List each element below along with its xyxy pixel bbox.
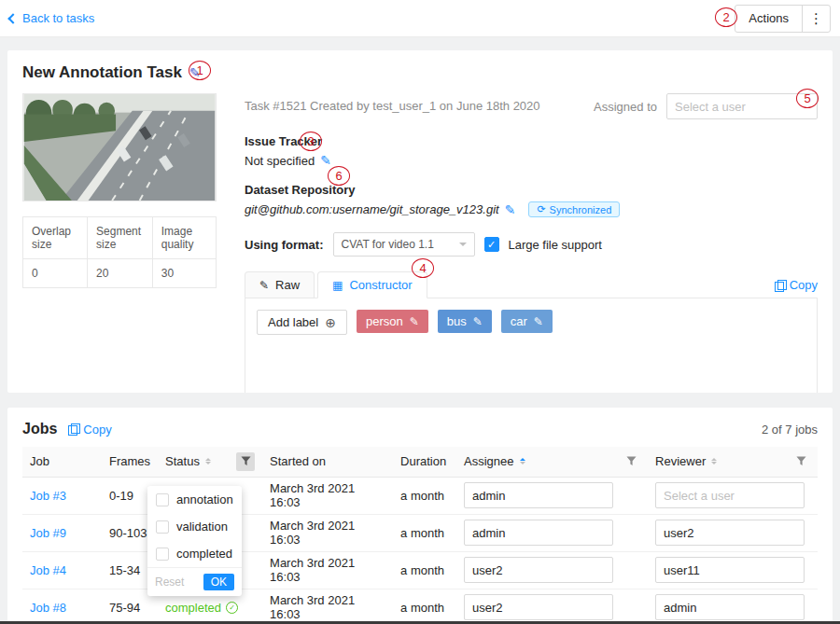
jobs-table: Job Frames Status Started on Duration — [22, 447, 818, 624]
task-title: New Annotation Task — [22, 63, 182, 82]
jobs-table-header-row: Job Frames Status Started on Duration — [22, 447, 818, 477]
column-job[interactable]: Job — [22, 447, 102, 477]
checkbox[interactable] — [156, 493, 169, 506]
dataset-repository-url[interactable]: git@github.com:username/git_storage_v123… — [245, 202, 499, 216]
column-frames: Frames — [102, 447, 158, 477]
issue-tracker-value-row: Not specified ✎ — [245, 153, 818, 168]
chevron-left-icon — [7, 13, 18, 23]
job-started: March 3rd 2021 16:03 — [262, 514, 393, 551]
job-link[interactable]: Job #4 — [30, 563, 66, 577]
column-reviewer[interactable]: Reviewer — [648, 447, 818, 477]
task-details-card: New Annotation Task ✎ — [7, 50, 833, 393]
callout-5: 5 — [796, 89, 819, 108]
jobs-copy-label: Copy — [83, 423, 111, 437]
job-started: March 3rd 2021 16:03 — [262, 551, 393, 589]
callout-1: 1 — [189, 61, 211, 80]
edit-label-icon[interactable]: ✎ — [534, 315, 543, 328]
assignee-value: admin — [472, 489, 505, 503]
tab-raw-label: Raw — [275, 278, 300, 292]
actions-label[interactable]: Actions — [735, 6, 802, 32]
checkbox[interactable] — [156, 548, 169, 561]
param-header-segment: Segment size — [88, 217, 153, 259]
labels-tabs: ✎ Raw ▦ Constructor Copy — [245, 271, 818, 298]
reviewer-select[interactable]: user2 — [655, 520, 805, 546]
sort-icon[interactable] — [711, 458, 717, 465]
job-row: Job #3 0-19 March 3rd 2021 16:03 a month… — [22, 477, 818, 514]
add-label-button[interactable]: Add label ⊕ — [257, 310, 347, 335]
assignee-select[interactable]: admin — [464, 520, 613, 546]
assignee-select[interactable]: user2 — [464, 557, 613, 583]
reviewer-filter-icon[interactable] — [791, 452, 810, 471]
job-link[interactable]: Job #3 — [30, 489, 66, 503]
job-started: March 3rd 2021 16:03 — [262, 589, 393, 624]
format-select[interactable]: CVAT for video 1.1 — [333, 232, 475, 257]
task-meta-text: Task #1521 Created by test_user_1 on Jun… — [245, 93, 540, 113]
format-row: Using format: CVAT for video 1.1 ✓ Large… — [245, 232, 818, 257]
callout-2: 2 — [715, 7, 737, 27]
job-link[interactable]: Job #9 — [30, 526, 66, 540]
checkbox[interactable] — [156, 520, 169, 534]
jobs-copy-button[interactable]: Copy — [68, 423, 111, 437]
filter-reset-button[interactable]: Reset — [155, 575, 184, 589]
job-row: Job #8 75-94 completed ✓ March 3rd 2021 … — [22, 589, 818, 624]
labels-copy-label: Copy — [790, 278, 818, 292]
column-status-label: Status — [165, 454, 200, 468]
filter-ok-button[interactable]: OK — [203, 574, 234, 590]
cvat-task-page: Back to tasks Actions ⋮ New Annotation T… — [0, 0, 840, 624]
label-tag-bus-name: bus — [447, 314, 467, 328]
reviewer-value: user11 — [664, 563, 700, 577]
tab-raw[interactable]: ✎ Raw — [245, 271, 315, 298]
task-assignee-placeholder: Select a user — [675, 100, 746, 114]
assignee-select[interactable]: user2 — [464, 594, 613, 620]
edit-repository-icon[interactable]: ✎ — [505, 202, 516, 217]
back-to-tasks-link[interactable]: Back to tasks — [9, 11, 94, 25]
reviewer-value: admin — [664, 601, 696, 615]
jobs-count: 2 of 7 jobs — [762, 423, 818, 437]
reviewer-select[interactable]: Select a user — [655, 482, 805, 508]
task-assignee-select[interactable]: Select a user — [666, 93, 818, 119]
status-filter-icon[interactable] — [236, 452, 255, 471]
sort-icon[interactable] — [520, 458, 525, 465]
job-started: March 3rd 2021 16:03 — [262, 477, 393, 514]
assignee-select[interactable]: admin — [464, 482, 613, 508]
reviewer-placeholder: Select a user — [664, 489, 735, 503]
sort-icon[interactable] — [205, 458, 211, 465]
kebab-menu-icon[interactable]: ⋮ — [802, 6, 830, 32]
large-file-checkbox[interactable]: ✓ — [484, 237, 499, 252]
filter-option-completed[interactable]: completed — [147, 540, 242, 567]
job-link[interactable]: Job #8 — [30, 601, 66, 615]
large-file-label: Large file support — [509, 238, 602, 252]
reviewer-select[interactable]: admin — [655, 594, 805, 620]
assignee-filter-icon[interactable] — [622, 452, 640, 471]
column-assignee[interactable]: Assignee — [456, 447, 648, 477]
tab-constructor[interactable]: ▦ Constructor — [317, 271, 427, 298]
param-value-quality: 30 — [152, 259, 216, 288]
label-tag-car[interactable]: car ✎ — [501, 310, 553, 333]
dataset-repository-label: Dataset Repository — [245, 183, 818, 197]
task-params-table: Overlap size Segment size Image quality … — [22, 216, 217, 288]
chevron-down-icon — [459, 243, 467, 250]
filter-option-validation[interactable]: validation — [147, 513, 242, 540]
format-select-value: CVAT for video 1.1 — [342, 238, 434, 251]
column-reviewer-label: Reviewer — [655, 454, 706, 468]
edit-issue-tracker-icon[interactable]: ✎ — [320, 153, 331, 168]
edit-label-icon[interactable]: ✎ — [410, 315, 419, 328]
job-duration: a month — [393, 477, 456, 514]
callout-3: 3 — [300, 132, 322, 151]
actions-button[interactable]: Actions ⋮ — [735, 5, 831, 33]
callout-4: 4 — [412, 258, 434, 278]
jobs-title: Jobs — [22, 421, 57, 437]
reviewer-select[interactable]: user11 — [655, 557, 805, 583]
filter-option-annotation[interactable]: annotation — [147, 486, 242, 513]
copy-icon — [775, 280, 785, 291]
labels-copy-button[interactable]: Copy — [775, 278, 818, 298]
label-tag-person[interactable]: person ✎ — [357, 310, 428, 333]
build-icon: ▦ — [332, 279, 343, 292]
edit-label-icon[interactable]: ✎ — [473, 315, 483, 328]
assignee-value: admin — [472, 526, 505, 540]
label-tag-bus[interactable]: bus ✎ — [438, 310, 492, 333]
assigned-to-label: Assigned to — [594, 100, 657, 114]
job-duration: a month — [393, 589, 456, 624]
column-status[interactable]: Status — [158, 447, 262, 477]
issue-tracker-value: Not specified — [245, 154, 315, 168]
